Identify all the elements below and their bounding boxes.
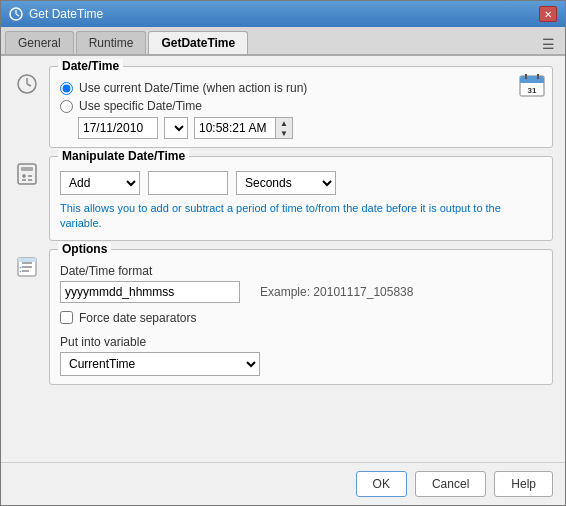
svg-line-2 [16, 14, 19, 16]
tab-options-button[interactable]: ☰ [536, 34, 561, 54]
radio-current-row: Use current Date/Time (when action is ru… [60, 81, 542, 95]
force-separators-row: Force date separators [60, 311, 542, 325]
amount-input[interactable] [148, 171, 228, 195]
format-row: Example: 20101117_105838 [60, 281, 542, 303]
manipulate-controls-row: Add Subtract Seconds Minutes Hours Days … [60, 171, 542, 195]
time-input[interactable] [195, 119, 275, 137]
tab-runtime[interactable]: Runtime [76, 31, 147, 54]
date-time-row: ▼ ▲ ▼ [60, 117, 542, 139]
svg-text:31: 31 [528, 86, 537, 95]
datetime-section-title: Date/Time [58, 59, 123, 73]
tab-general[interactable]: General [5, 31, 74, 54]
datetime-section: Date/Time 31 Use current Date [13, 66, 553, 148]
radio-current-label: Use current Date/Time (when action is ru… [79, 81, 307, 95]
date-input[interactable] [78, 117, 158, 139]
clock-icon [13, 70, 41, 98]
options-section: Options Date/Time format Example: 201011… [13, 249, 553, 385]
list-icon [13, 253, 41, 281]
time-up-button[interactable]: ▲ [276, 118, 292, 128]
force-separators-checkbox[interactable] [60, 311, 73, 324]
svg-line-24 [20, 267, 21, 268]
close-button[interactable]: ✕ [539, 6, 557, 22]
tab-getdatetime[interactable]: GetDateTime [148, 31, 248, 54]
tab-bar: General Runtime GetDateTime ☰ [1, 27, 565, 56]
radio-specific-row: Use specific Date/Time [60, 99, 542, 113]
svg-rect-13 [21, 167, 33, 171]
window-title: Get DateTime [29, 7, 103, 21]
time-spinners: ▲ ▼ [275, 118, 292, 138]
manipulate-body-content: Add Subtract Seconds Minutes Hours Days … [60, 171, 542, 232]
format-label: Date/Time format [60, 264, 542, 278]
radio-current[interactable] [60, 82, 73, 95]
format-input[interactable] [60, 281, 240, 303]
time-input-wrap: ▲ ▼ [194, 117, 293, 139]
time-down-button[interactable]: ▼ [276, 128, 292, 138]
manipulate-section-body: Manipulate Date/Time Add Subtract Second… [49, 156, 553, 241]
svg-line-5 [27, 84, 31, 86]
example-text: Example: 20101117_105838 [260, 285, 413, 299]
footer: OK Cancel Help [1, 462, 565, 505]
datetime-section-body: Date/Time 31 Use current Date [49, 66, 553, 148]
svg-rect-8 [520, 81, 544, 83]
calendar-icon: 31 [518, 71, 546, 102]
main-window: Get DateTime ✕ General Runtime GetDateTi… [0, 0, 566, 506]
radio-specific[interactable] [60, 100, 73, 113]
radio-specific-label: Use specific Date/Time [79, 99, 202, 113]
title-bar: Get DateTime ✕ [1, 1, 565, 27]
options-body-content: Date/Time format Example: 20101117_10583… [60, 264, 542, 376]
title-bar-left: Get DateTime [9, 7, 103, 21]
force-separators-label: Force date separators [79, 311, 196, 325]
manipulate-section: Manipulate Date/Time Add Subtract Second… [13, 156, 553, 241]
window-icon [9, 7, 23, 21]
options-section-title: Options [58, 242, 111, 256]
variable-select[interactable]: CurrentTime NewVariable [60, 352, 260, 376]
unit-select[interactable]: Seconds Minutes Hours Days Weeks Months … [236, 171, 336, 195]
svg-rect-23 [18, 258, 36, 262]
cancel-button[interactable]: Cancel [415, 471, 486, 497]
ok-button[interactable]: OK [356, 471, 407, 497]
title-controls: ✕ [539, 6, 557, 22]
operation-select[interactable]: Add Subtract [60, 171, 140, 195]
calc-icon [13, 160, 41, 188]
datetime-body-content: Use current Date/Time (when action is ru… [60, 81, 542, 139]
options-section-body: Options Date/Time format Example: 201011… [49, 249, 553, 385]
manipulate-hint: This allows you to add or subtract a per… [60, 201, 542, 232]
date-dropdown[interactable]: ▼ [164, 117, 188, 139]
manipulate-section-title: Manipulate Date/Time [58, 149, 189, 163]
variable-label: Put into variable [60, 335, 542, 349]
help-button[interactable]: Help [494, 471, 553, 497]
content-area: Date/Time 31 Use current Date [1, 56, 565, 462]
svg-line-25 [20, 271, 21, 272]
